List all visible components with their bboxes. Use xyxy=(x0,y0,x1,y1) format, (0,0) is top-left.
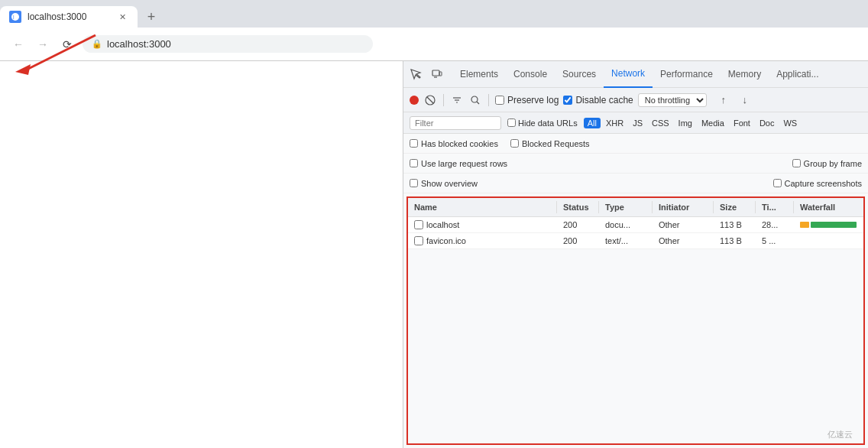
large-rows-label[interactable]: Use large request rows xyxy=(410,159,780,168)
filter-css-button[interactable]: CSS xyxy=(648,118,673,128)
hide-data-urls-checkbox-label[interactable]: Hide data URLs xyxy=(507,118,578,128)
preserve-log-checkbox-label[interactable]: Preserve log xyxy=(495,95,559,106)
search-button[interactable] xyxy=(468,93,482,107)
td-initiator-favicon: Other xyxy=(653,233,714,248)
filter-bar: Hide data URLs All XHR JS CSS Img Media … xyxy=(403,112,868,134)
td-type-favicon: text/... xyxy=(599,233,653,248)
filter-ws-button[interactable]: WS xyxy=(779,118,801,128)
new-tab-button[interactable]: + xyxy=(141,6,162,28)
options3-right: Capture screenshots xyxy=(773,179,863,188)
table-row[interactable]: favicon.ico 200 text/... Other 113 B 5 .… xyxy=(408,233,863,249)
disable-cache-checkbox-label[interactable]: Disable cache xyxy=(563,95,633,106)
disable-cache-checkbox[interactable] xyxy=(563,96,572,105)
devtools-panel: Elements Console Sources Network Perform… xyxy=(403,61,868,448)
td-status-favicon: 200 xyxy=(557,233,599,248)
tab-performance[interactable]: Performance xyxy=(653,61,721,88)
back-button[interactable]: ← xyxy=(9,35,28,54)
options3-left: Show overview xyxy=(410,179,761,188)
page-area xyxy=(0,61,403,448)
url-text: localhost:3000 xyxy=(107,38,171,50)
tab-close-button[interactable]: ✕ xyxy=(116,11,128,23)
forward-button[interactable]: → xyxy=(34,35,52,54)
waterfall-bar xyxy=(800,222,857,228)
blocked-requests-checkbox[interactable] xyxy=(510,139,519,148)
th-size[interactable]: Size xyxy=(714,201,756,213)
lock-icon: 🔒 xyxy=(92,39,102,49)
filter-media-button[interactable]: Media xyxy=(698,118,728,128)
th-type[interactable]: Type xyxy=(599,201,653,213)
browser-content: Elements Console Sources Network Perform… xyxy=(0,61,868,448)
watermark: 亿速云 xyxy=(828,429,853,440)
filter-toggle-button[interactable] xyxy=(450,93,464,107)
td-waterfall-favicon xyxy=(794,238,863,244)
th-status[interactable]: Status xyxy=(557,201,599,213)
clear-button[interactable] xyxy=(423,93,437,107)
active-tab[interactable]: l localhost:3000 ✕ xyxy=(0,6,138,28)
tab-favicon: l xyxy=(9,11,21,23)
td-waterfall-localhost xyxy=(794,219,863,231)
capture-screenshots-label[interactable]: Capture screenshots xyxy=(773,179,863,188)
th-initiator[interactable]: Initiator xyxy=(653,201,714,213)
filter-input[interactable] xyxy=(410,116,501,130)
show-overview-checkbox[interactable] xyxy=(410,179,418,187)
refresh-button[interactable]: ⟳ xyxy=(58,35,76,54)
import-button[interactable]: ↑ xyxy=(714,91,733,109)
device-toggle-icon[interactable] xyxy=(428,65,446,83)
has-blocked-cookies-label[interactable]: Has blocked cookies xyxy=(410,139,498,148)
td-size-localhost: 113 B xyxy=(714,217,756,232)
element-picker-icon[interactable] xyxy=(406,65,425,83)
svg-line-8 xyxy=(427,97,433,103)
record-button[interactable] xyxy=(410,96,419,105)
td-type-localhost: docu... xyxy=(599,217,653,232)
group-by-frame-checkbox[interactable] xyxy=(792,159,801,167)
preserve-log-checkbox[interactable] xyxy=(495,96,504,105)
export-button[interactable]: ↓ xyxy=(736,91,754,109)
th-time[interactable]: Ti... xyxy=(756,201,794,213)
tab-bar: l localhost:3000 ✕ + xyxy=(0,0,868,28)
show-overview-label[interactable]: Show overview xyxy=(410,179,761,188)
options2-right: Group by frame xyxy=(792,159,862,168)
td-status-localhost: 200 xyxy=(557,217,599,232)
options-bar-2: Use large request rows Group by frame xyxy=(403,154,868,174)
th-waterfall[interactable]: Waterfall xyxy=(794,201,863,213)
tab-elements[interactable]: Elements xyxy=(452,61,506,88)
row-checkbox-localhost[interactable] xyxy=(414,220,423,229)
filter-xhr-button[interactable]: XHR xyxy=(602,118,627,128)
filter-font-button[interactable]: Font xyxy=(730,118,754,128)
td-time-favicon: 5 ... xyxy=(756,233,794,248)
filter-doc-button[interactable]: Doc xyxy=(756,118,779,128)
blocked-requests-label[interactable]: Blocked Requests xyxy=(510,139,590,148)
tab-network[interactable]: Network xyxy=(604,61,653,88)
svg-rect-4 xyxy=(432,70,439,76)
row-checkbox-favicon[interactable] xyxy=(414,236,423,245)
url-bar[interactable]: 🔒 localhost:3000 xyxy=(83,35,373,53)
filter-img-button[interactable]: Img xyxy=(675,118,696,128)
hide-data-urls-checkbox[interactable] xyxy=(507,118,516,127)
td-time-localhost: 28... xyxy=(756,217,794,232)
options-bar-1: Has blocked cookies Blocked Requests xyxy=(403,134,868,154)
td-name-favicon: favicon.ico xyxy=(408,233,557,248)
network-table: Name Status Type Initiator Size Ti... Wa… xyxy=(408,198,863,249)
large-rows-checkbox[interactable] xyxy=(410,159,418,167)
address-bar: ← → ⟳ 🔒 localhost:3000 xyxy=(0,28,868,61)
tab-memory[interactable]: Memory xyxy=(721,61,769,88)
has-blocked-cookies-checkbox[interactable] xyxy=(410,139,418,148)
capture-screenshots-checkbox[interactable] xyxy=(773,179,782,187)
tab-title: localhost:3000 xyxy=(28,11,110,22)
filter-all-button[interactable]: All xyxy=(584,118,601,128)
waterfall-receiving-bar xyxy=(811,222,857,228)
td-name-localhost: localhost xyxy=(408,217,557,232)
devtools-icons xyxy=(406,65,446,83)
network-table-wrapper: Name Status Type Initiator Size Ti... Wa… xyxy=(406,196,865,445)
filter-js-button[interactable]: JS xyxy=(629,118,646,128)
options-left: Has blocked cookies Blocked Requests xyxy=(410,139,862,148)
svg-point-12 xyxy=(471,96,478,102)
group-by-frame-label[interactable]: Group by frame xyxy=(792,159,862,168)
throttle-select[interactable]: No throttling xyxy=(638,93,707,107)
tab-application[interactable]: Applicati... xyxy=(769,61,826,88)
table-row[interactable]: localhost 200 docu... Other 113 B 28... xyxy=(408,217,863,233)
tab-console[interactable]: Console xyxy=(506,61,555,88)
td-initiator-localhost: Other xyxy=(653,217,714,232)
tab-sources[interactable]: Sources xyxy=(555,61,604,88)
th-name[interactable]: Name xyxy=(408,201,557,213)
